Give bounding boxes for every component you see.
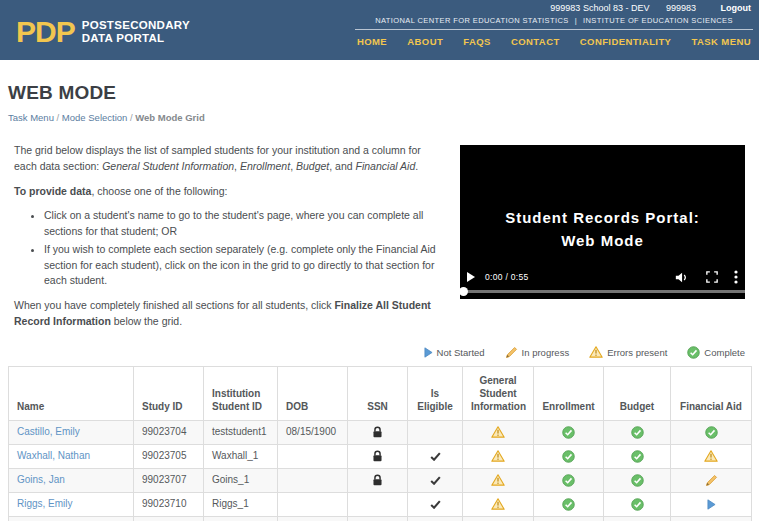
agency-ies: INSTITUTE OF EDUCATION SCIENCES xyxy=(583,16,733,25)
name-cell: Castillo, Emily xyxy=(9,420,134,444)
video-time: 0:00 / 0:55 xyxy=(485,272,528,282)
table-row: Riggs, Emily99023710Riggs_1 xyxy=(9,492,752,516)
financial-aid-cell xyxy=(671,468,752,492)
column-header-ssn: SSN xyxy=(348,366,408,420)
ssn-cell xyxy=(348,468,408,492)
complete-icon[interactable] xyxy=(562,450,575,463)
dob-cell xyxy=(278,444,348,468)
column-header-institution-student-id: Institution Student ID xyxy=(204,366,278,420)
student-name-link[interactable]: Riggs, Emily xyxy=(17,498,73,509)
table-row: Waxhall, Nathan99023705Waxhall_1 xyxy=(9,444,752,468)
breadcrumb-task-menu[interactable]: Task Menu xyxy=(8,112,54,123)
enrollment-cell xyxy=(534,420,604,444)
nav-faqs[interactable]: FAQS xyxy=(463,36,490,47)
complete-icon[interactable] xyxy=(631,426,644,439)
is-eligible-cell xyxy=(408,516,463,521)
warning-icon[interactable] xyxy=(704,450,718,462)
dob-cell xyxy=(278,492,348,516)
site-header: 999983 School 83 - DEV 999983 Logout PDP… xyxy=(0,0,759,60)
video-progress-bar[interactable] xyxy=(460,290,745,293)
column-header-study-id: Study ID xyxy=(134,366,204,420)
is-eligible-cell xyxy=(408,492,463,516)
complete-icon[interactable] xyxy=(705,426,718,439)
financial-aid-cell xyxy=(671,420,752,444)
nav-task-menu[interactable]: TASK MENU xyxy=(692,36,751,47)
breadcrumb-web-mode-grid: Web Mode Grid xyxy=(135,112,205,123)
intro-text: The grid below displays the list of samp… xyxy=(0,137,456,339)
agency-separator: | xyxy=(575,16,577,25)
video-progress-knob[interactable] xyxy=(459,287,468,296)
nav-about[interactable]: ABOUT xyxy=(407,36,443,47)
financial-aid-cell xyxy=(671,444,752,468)
complete-icon[interactable] xyxy=(562,498,575,511)
warning-icon[interactable] xyxy=(491,498,505,510)
video-title: Student Records Portal: Web Mode xyxy=(460,207,745,252)
is-eligible-cell xyxy=(408,420,463,444)
complete-icon[interactable] xyxy=(631,450,644,463)
institution-student-id-cell: teststudent1 xyxy=(204,420,278,444)
study-id-cell: 99023704 xyxy=(134,420,204,444)
fullscreen-icon[interactable] xyxy=(706,271,718,283)
video-player[interactable]: Student Records Portal: Web Mode 0:00 / … xyxy=(460,145,745,299)
check-icon xyxy=(430,452,441,461)
agency-nces: NATIONAL CENTER FOR EDUCATION STATISTICS xyxy=(375,16,569,25)
warning-icon xyxy=(589,346,603,358)
video-controls: 0:00 / 0:55 xyxy=(467,270,738,284)
institution-student-id-cell: Goins_1 xyxy=(204,516,278,521)
breadcrumb-separator: / xyxy=(54,112,62,123)
legend-item-complete: Complete xyxy=(687,346,745,359)
budget-cell xyxy=(604,468,671,492)
not-started-icon xyxy=(424,347,433,358)
nav-confidentiality[interactable]: CONFIDENTIALITY xyxy=(580,36,672,47)
lock-icon xyxy=(372,426,383,439)
video-title-line1: Student Records Portal: xyxy=(460,207,745,230)
name-cell: Waxhall, Nathan xyxy=(9,444,134,468)
student-name-link[interactable]: Waxhall, Nathan xyxy=(17,450,90,461)
play-icon[interactable] xyxy=(467,272,475,282)
overflow-menu-icon[interactable] xyxy=(734,270,738,284)
complete-icon[interactable] xyxy=(562,426,575,439)
financial-aid-cell xyxy=(671,516,752,521)
brand-line1: POSTSECONDARY xyxy=(82,19,190,31)
complete-icon[interactable] xyxy=(631,474,644,487)
brand-logo[interactable]: PDP POSTSECONDARY DATA PORTAL xyxy=(16,17,190,47)
warning-icon[interactable] xyxy=(491,450,505,462)
study-id-cell: 99023705 xyxy=(134,444,204,468)
intro-paragraph-2: To provide data, choose one of the follo… xyxy=(14,184,446,200)
nav-home[interactable]: HOME xyxy=(357,36,387,47)
ssn-cell xyxy=(348,444,408,468)
page-title: WEB MODE xyxy=(8,82,759,104)
intro-paragraph-1: The grid below displays the list of samp… xyxy=(14,143,446,175)
student-name-link[interactable]: Goins, Jan xyxy=(17,474,65,485)
complete-icon[interactable] xyxy=(562,474,575,487)
warning-icon[interactable] xyxy=(491,474,505,486)
study-id-cell: 99023710 xyxy=(134,492,204,516)
study-id-cell: 99023714 xyxy=(134,516,204,521)
status-legend: Not StartedIn progressErrors presentComp… xyxy=(0,346,745,359)
complete-icon[interactable] xyxy=(631,498,644,511)
student-name-link[interactable]: Castillo, Emily xyxy=(17,426,80,437)
institution-student-id-cell: Goins_1 xyxy=(204,468,278,492)
enrollment-cell xyxy=(534,468,604,492)
dob-cell: 08/15/1900 xyxy=(278,420,348,444)
in-progress-icon[interactable] xyxy=(705,474,718,487)
content-row: The grid below displays the list of samp… xyxy=(0,137,759,339)
enrollment-cell xyxy=(534,444,604,468)
warning-icon[interactable] xyxy=(491,426,505,438)
logout-button[interactable]: Logout xyxy=(721,3,752,13)
column-header-name: Name xyxy=(9,366,134,420)
column-header-budget: Budget xyxy=(604,366,671,420)
enrollment-cell xyxy=(534,492,604,516)
brand-line2: DATA PORTAL xyxy=(82,32,165,44)
legend-item-errors-present: Errors present xyxy=(589,346,667,358)
intro-bullet-list: Click on a student's name to go to the s… xyxy=(14,208,446,289)
not-started-icon[interactable] xyxy=(707,499,716,510)
study-id-cell: 99023707 xyxy=(134,468,204,492)
name-cell: Goins, Bonnie xyxy=(9,516,134,521)
volume-icon[interactable] xyxy=(675,271,690,284)
ssn-cell xyxy=(348,516,408,521)
column-header-dob: DOB xyxy=(278,366,348,420)
nav-contact[interactable]: CONTACT xyxy=(511,36,560,47)
brand-name: POSTSECONDARY DATA PORTAL xyxy=(82,19,190,45)
breadcrumb-mode-selection[interactable]: Mode Selection xyxy=(62,112,127,123)
